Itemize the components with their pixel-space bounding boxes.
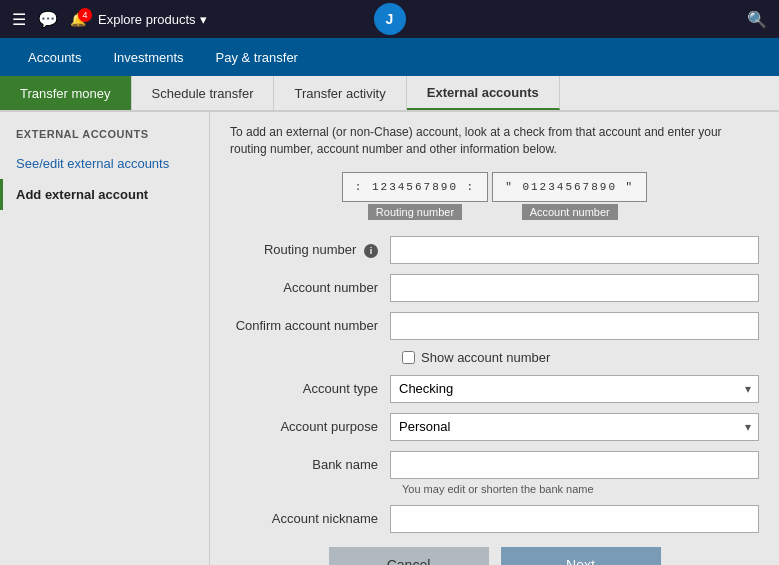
bank-name-label: Bank name [230,457,390,472]
explore-products-button[interactable]: Explore products ▾ [98,12,207,27]
account-type-label: Account type [230,381,390,396]
account-nickname-label: Account nickname [230,511,390,526]
tab-transfer-money[interactable]: Transfer money [0,76,132,110]
account-type-select-wrapper: Checking Savings ▾ [390,375,759,403]
account-nickname-input[interactable] [390,505,759,533]
routing-number-label: Routing number i [230,242,390,258]
account-check-section: " 01234567890 " Account number [492,172,647,220]
show-account-row: Show account number [230,350,759,365]
account-type-row: Account type Checking Savings ▾ [230,375,759,403]
account-purpose-select[interactable]: Personal Business [390,413,759,441]
routing-number-row: Routing number i [230,236,759,264]
top-bar: ☰ 💬 🔔4 Explore products ▾ J 🔍 [0,0,779,38]
routing-check-box: : 1234567890 : [342,172,488,202]
tab-schedule-transfer[interactable]: Schedule transfer [132,76,275,110]
confirm-account-input[interactable] [390,312,759,340]
top-bar-left: ☰ 💬 🔔4 Explore products ▾ [12,10,264,29]
account-purpose-row: Account purpose Personal Business ▾ [230,413,759,441]
top-bar-center: J [264,3,516,35]
bell-badge[interactable]: 🔔4 [70,12,86,27]
check-diagram: : 1234567890 : Routing number " 01234567… [230,172,759,220]
bank-name-input[interactable] [390,451,759,479]
routing-number-input[interactable] [390,236,759,264]
account-number-row: Account number [230,274,759,302]
cancel-button[interactable]: Cancel [329,547,489,565]
bell-count: 4 [78,8,92,22]
chat-icon[interactable]: 💬 [38,10,58,29]
top-bar-right: 🔍 [515,10,767,29]
sidebar-item-see-edit[interactable]: See/edit external accounts [0,148,209,179]
chase-logo: J [374,3,406,35]
account-check-box: " 01234567890 " [492,172,647,202]
show-account-label[interactable]: Show account number [421,350,550,365]
confirm-account-label: Confirm account number [230,318,390,333]
bank-name-hint: You may edit or shorten the bank name [230,483,759,495]
tab-external-accounts[interactable]: External accounts [407,76,560,110]
account-number-input[interactable] [390,274,759,302]
hamburger-icon[interactable]: ☰ [12,10,26,29]
next-button[interactable]: Next [501,547,661,565]
instruction-text: To add an external (or non-Chase) accoun… [230,124,759,158]
account-type-select[interactable]: Checking Savings [390,375,759,403]
main-content: To add an external (or non-Chase) accoun… [210,112,779,565]
account-purpose-select-wrapper: Personal Business ▾ [390,413,759,441]
main-nav: Accounts Investments Pay & transfer [0,38,779,76]
account-purpose-label: Account purpose [230,419,390,434]
sidebar-section-title: EXTERNAL ACCOUNTS [0,124,209,148]
bank-name-row: Bank name [230,451,759,479]
nav-investments[interactable]: Investments [97,38,199,76]
sidebar-item-add-external[interactable]: Add external account [0,179,209,210]
search-icon[interactable]: 🔍 [747,10,767,29]
routing-info-icon[interactable]: i [364,244,378,258]
nav-pay-transfer[interactable]: Pay & transfer [200,38,314,76]
account-check-label: Account number [522,204,618,220]
routing-check-section: : 1234567890 : Routing number [342,172,488,220]
tab-transfer-activity[interactable]: Transfer activity [274,76,406,110]
button-row: Cancel Next [230,547,759,565]
account-nickname-row: Account nickname [230,505,759,533]
nav-accounts[interactable]: Accounts [12,38,97,76]
confirm-account-row: Confirm account number [230,312,759,340]
routing-check-label: Routing number [368,204,462,220]
show-account-checkbox[interactable] [402,351,415,364]
content-area: EXTERNAL ACCOUNTS See/edit external acco… [0,112,779,565]
account-number-label: Account number [230,280,390,295]
sidebar: EXTERNAL ACCOUNTS See/edit external acco… [0,112,210,565]
tab-bar: Transfer money Schedule transfer Transfe… [0,76,779,112]
